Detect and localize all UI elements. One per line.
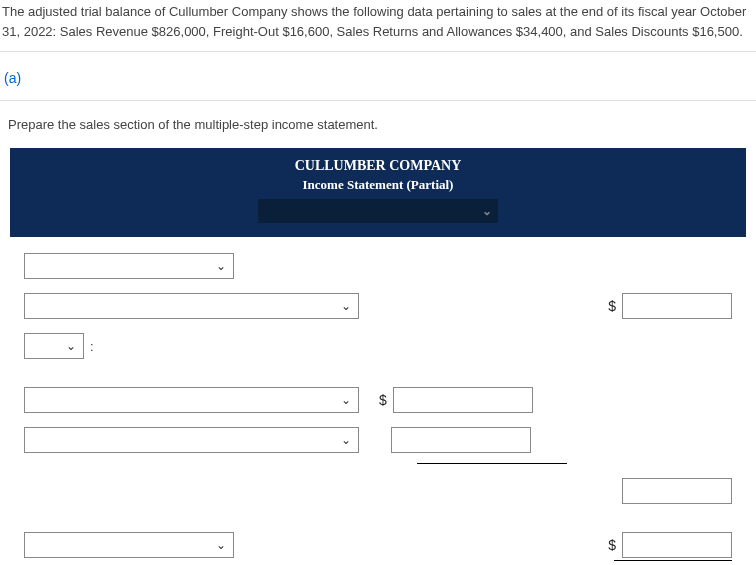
instruction-text: Prepare the sales section of the multipl… xyxy=(0,101,756,148)
worksheet: CULLUMBER COMPANY Income Statement (Part… xyxy=(10,148,746,565)
row1-select[interactable] xyxy=(24,253,234,279)
row-7: ⌄ $ xyxy=(24,532,732,558)
worksheet-body: ⌄ ⌄ $ ⌄ : ⌄ xyxy=(10,237,746,565)
company-name: CULLUMBER COMPANY xyxy=(10,158,746,177)
row3-select-wrap: ⌄ xyxy=(24,333,84,359)
statement-header: CULLUMBER COMPANY Income Statement (Part… xyxy=(10,148,746,237)
row4-select[interactable] xyxy=(24,387,359,413)
row3-select[interactable] xyxy=(24,333,84,359)
dollar-sign: $ xyxy=(379,392,387,408)
row-3: ⌄ : xyxy=(24,333,732,359)
row6-amount-group xyxy=(622,478,732,504)
dollar-sign: $ xyxy=(608,298,616,314)
row7-select[interactable] xyxy=(24,532,234,558)
row7-amount-input[interactable] xyxy=(622,532,732,558)
row1-select-wrap: ⌄ xyxy=(24,253,234,279)
subtotal-underline xyxy=(417,463,567,464)
row5-select[interactable] xyxy=(24,427,359,453)
row5-amount-group xyxy=(391,427,531,453)
row3-colon: : xyxy=(90,339,94,354)
row-1: ⌄ xyxy=(24,253,732,279)
row4-select-wrap: ⌄ xyxy=(24,387,359,413)
row-4: ⌄ $ xyxy=(24,387,732,413)
row4-amount-group: $ xyxy=(379,387,533,413)
part-label: (a) xyxy=(0,52,756,101)
statement-subtitle: Income Statement (Partial) xyxy=(10,177,746,199)
row-2: ⌄ $ xyxy=(24,293,732,319)
row-5: ⌄ xyxy=(24,427,732,453)
row5-select-wrap: ⌄ xyxy=(24,427,359,453)
final-underline xyxy=(614,560,732,561)
row-6 xyxy=(24,478,732,504)
row2-select[interactable] xyxy=(24,293,359,319)
problem-text: The adjusted trial balance of Cullumber … xyxy=(0,0,756,52)
row7-amount-group: $ xyxy=(608,532,732,558)
row5-amount-input[interactable] xyxy=(391,427,531,453)
row2-select-wrap: ⌄ xyxy=(24,293,359,319)
dollar-sign: $ xyxy=(608,537,616,553)
row2-amount-input[interactable] xyxy=(622,293,732,319)
period-select-wrap: ⌄ xyxy=(258,199,498,223)
row2-amount-group: $ xyxy=(608,293,732,319)
row6-amount-input[interactable] xyxy=(622,478,732,504)
row7-select-wrap: ⌄ xyxy=(24,532,234,558)
row4-amount-input[interactable] xyxy=(393,387,533,413)
period-select[interactable] xyxy=(258,199,498,223)
